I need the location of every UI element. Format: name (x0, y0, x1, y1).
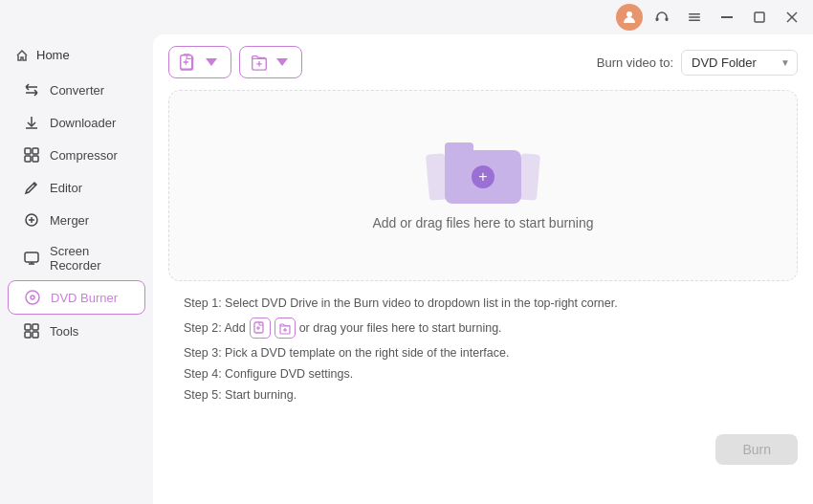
sidebar-item-label-converter: Converter (50, 83, 104, 98)
svg-point-0 (626, 11, 632, 17)
svg-rect-6 (721, 16, 733, 18)
sidebar-item-compressor[interactable]: Compressor (8, 139, 145, 171)
sidebar-home[interactable]: Home (0, 42, 153, 68)
step5-text: Step 5: Start burning. (184, 388, 297, 402)
svg-rect-5 (689, 20, 700, 22)
step3-text: Step 3: Pick a DVD template on the right… (184, 346, 509, 360)
headphone-icon[interactable] (648, 4, 675, 31)
svg-rect-27 (25, 332, 31, 338)
drop-area-text: Add or drag files here to start burning (372, 215, 593, 230)
svg-rect-3 (689, 13, 700, 15)
sidebar-items-container: Converter Downloader Compressor Editor M… (0, 74, 153, 347)
burn-to-dropdown-wrapper: DVD Folder DVD Disc Blu-ray Folder Blu-r… (681, 50, 798, 76)
step4-text: Step 4: Configure DVD settings. (184, 367, 353, 381)
svg-rect-15 (33, 156, 38, 162)
folder-illustration: + (445, 141, 521, 204)
downloader-icon (23, 114, 40, 131)
instruction-step-4: Step 4: Configure DVD settings. (184, 367, 782, 381)
sidebar-item-label-editor: Editor (50, 181, 82, 195)
svg-rect-7 (755, 12, 764, 22)
add-file-inline-icon (250, 318, 271, 339)
sidebar-item-downloader[interactable]: Downloader (8, 106, 145, 139)
dvd-burner-icon (24, 289, 41, 306)
svg-point-24 (31, 296, 34, 299)
maximize-button[interactable] (746, 4, 773, 31)
svg-rect-4 (689, 16, 700, 18)
sidebar-item-dvd-burner[interactable]: DVD Burner (8, 280, 145, 315)
sidebar-item-merger[interactable]: Merger (8, 204, 145, 236)
bottom-bar: Burn (153, 425, 813, 476)
merger-icon (23, 211, 40, 229)
sidebar-item-label-compressor: Compressor (50, 148, 118, 163)
svg-rect-20 (25, 252, 38, 262)
folder-plus-icon: + (472, 165, 494, 188)
burn-to-dropdown[interactable]: DVD Folder DVD Disc Blu-ray Folder Blu-r… (681, 50, 798, 76)
drop-area[interactable]: + Add or drag files here to start burnin… (168, 90, 798, 281)
sidebar-item-tools[interactable]: Tools (8, 315, 145, 347)
svg-rect-1 (656, 17, 659, 21)
instruction-step-3: Step 3: Pick a DVD template on the right… (184, 346, 782, 360)
add-folder-button[interactable] (239, 46, 302, 78)
instruction-step-1: Step 1: Select DVD Drive in the Burn vid… (184, 296, 782, 310)
burn-button[interactable]: Burn (715, 434, 798, 465)
svg-rect-14 (25, 156, 31, 162)
folder-dropdown-chevron-icon (273, 53, 292, 72)
close-button[interactable] (779, 4, 805, 31)
svg-marker-38 (276, 58, 288, 66)
title-bar (0, 0, 813, 34)
tools-icon (23, 322, 40, 340)
instructions-panel: Step 1: Select DVD Drive in the Burn vid… (153, 281, 813, 425)
sidebar-item-editor[interactable]: Editor (8, 171, 145, 204)
folder-tab (445, 142, 473, 152)
sidebar-item-label-dvd-burner: DVD Burner (51, 291, 118, 305)
main-layout: Home Converter Downloader Compressor Edi… (0, 34, 813, 504)
minimize-button[interactable] (714, 4, 740, 31)
svg-rect-25 (25, 324, 31, 330)
folder-body: + (445, 150, 521, 204)
toolbar: Burn video to: DVD Folder DVD Disc Blu-r… (153, 34, 813, 90)
user-avatar (616, 4, 643, 31)
add-files-button[interactable] (168, 46, 231, 78)
sidebar-item-converter[interactable]: Converter (8, 74, 145, 106)
home-label: Home (36, 48, 70, 62)
content-area: Burn video to: DVD Folder DVD Disc Blu-r… (153, 34, 813, 504)
sidebar-item-screen-recorder[interactable]: Screen Recorder (8, 236, 145, 280)
step2-suffix: or drag your files here to start burning… (299, 321, 502, 335)
editor-icon (23, 179, 40, 196)
converter-icon (23, 81, 40, 99)
screen-recorder-icon (23, 250, 40, 267)
sidebar-item-label-screen-recorder: Screen Recorder (50, 244, 130, 273)
dropdown-chevron-icon (202, 53, 221, 72)
menu-icon[interactable] (681, 4, 708, 31)
svg-rect-13 (33, 148, 38, 154)
svg-rect-2 (666, 17, 669, 21)
svg-rect-12 (25, 148, 31, 154)
burn-label: Burn video to: (597, 55, 673, 70)
svg-marker-35 (206, 58, 217, 66)
sidebar: Home Converter Downloader Compressor Edi… (0, 34, 153, 504)
instruction-step-2: Step 2: Add (184, 318, 782, 339)
svg-rect-26 (33, 324, 38, 330)
compressor-icon (23, 146, 40, 164)
instruction-step-5: Step 5: Start burning. (184, 388, 782, 402)
sidebar-item-label-tools: Tools (50, 324, 78, 339)
sidebar-item-label-merger: Merger (50, 213, 89, 228)
add-folder-inline-icon (275, 318, 296, 339)
step1-text: Step 1: Select DVD Drive in the Burn vid… (184, 296, 618, 310)
svg-rect-28 (33, 332, 38, 338)
svg-point-23 (26, 291, 39, 304)
step2-prefix: Step 2: Add (184, 321, 246, 335)
sidebar-item-label-downloader: Downloader (50, 116, 116, 130)
